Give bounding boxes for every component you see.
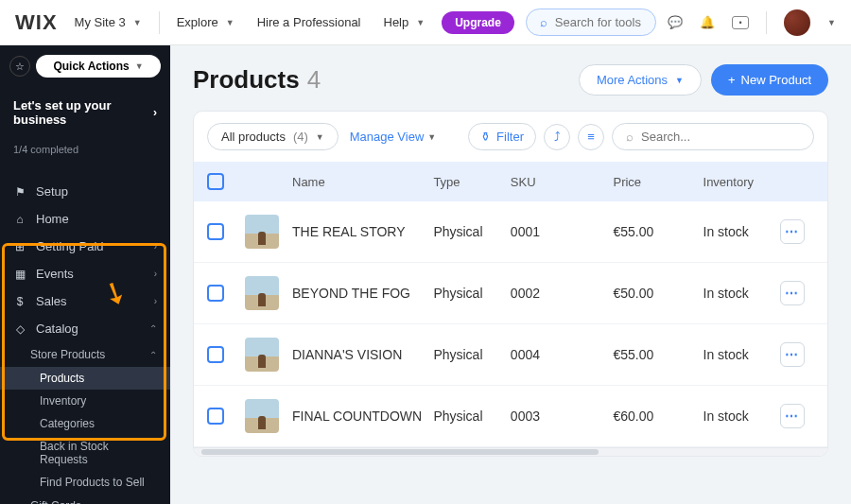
table-row[interactable]: FINAL COUNTDOWNPhysical0003€60.00In stoc… <box>194 386 827 447</box>
dots-icon: ⋯ <box>785 224 799 239</box>
settings-button[interactable]: ≡ <box>578 124 604 150</box>
sidebar-sub-gift-cards[interactable]: Gift Cards <box>0 494 170 504</box>
product-sku: 0004 <box>511 347 614 362</box>
column-type[interactable]: Type <box>433 175 510 189</box>
sidebar-item-sales[interactable]: $Sales› <box>0 287 170 315</box>
favorite-icon[interactable]: ☆ <box>9 56 30 77</box>
row-checkbox[interactable] <box>207 346 224 363</box>
sidebar-item-catalog[interactable]: ◇Catalog⌃ <box>0 315 170 342</box>
product-sku: 0003 <box>511 408 614 424</box>
search-icon: ⌕ <box>626 130 634 144</box>
nav-help-label: Help <box>384 15 409 29</box>
setup-icon: ⚑ <box>13 185 26 199</box>
products-search-input[interactable] <box>641 130 800 144</box>
row-more-button[interactable]: ⋯ <box>780 219 805 244</box>
sidebar-sub-inventory[interactable]: Inventory <box>0 390 170 412</box>
product-thumbnail[interactable] <box>245 338 279 372</box>
export-button[interactable]: ⤴ <box>544 124 570 150</box>
products-toolbar: All products(4)▼ Manage View▼ ⚱Filter ⤴ … <box>194 112 827 162</box>
sidebar-item-getting-paid[interactable]: ⊞Getting Paid› <box>0 233 170 260</box>
home-icon: ⌂ <box>13 213 26 226</box>
product-price: €55.00 <box>613 347 703 362</box>
sidebar-item-events[interactable]: ▦Events› <box>0 260 170 287</box>
table-row[interactable]: BEYOND THE FOGPhysical0002€50.00In stock… <box>194 263 827 324</box>
chevron-down-icon: ▼ <box>226 18 234 27</box>
product-price: €50.00 <box>613 286 703 301</box>
quick-actions-button[interactable]: Quick Actions▼ <box>36 55 160 78</box>
sidebar-item-home[interactable]: ⌂Home <box>0 205 170 233</box>
table-row[interactable]: THE REAL STORYPhysical0001€55.00In stock… <box>194 201 827 263</box>
notifications-icon[interactable]: 🔔 <box>700 15 715 30</box>
chevron-down-icon: ▼ <box>427 132 436 142</box>
sidebar-sub-products[interactable]: Products <box>0 367 170 390</box>
sidebar: ☆ Quick Actions▼ Let's set up your busin… <box>0 45 170 504</box>
product-thumbnail[interactable] <box>245 399 279 433</box>
sidebar-item-setup[interactable]: ⚑Setup <box>0 178 170 205</box>
product-type: Physical <box>433 408 510 424</box>
filter-button[interactable]: ⚱Filter <box>468 123 536 150</box>
chevron-up-icon: ⌃ <box>149 350 157 360</box>
column-price[interactable]: Price <box>613 175 703 189</box>
avatar[interactable] <box>784 9 810 36</box>
products-panel: All products(4)▼ Manage View▼ ⚱Filter ⤴ … <box>193 111 828 457</box>
product-name: THE REAL STORY <box>292 224 433 239</box>
row-more-button[interactable]: ⋯ <box>780 342 805 367</box>
catalog-icon: ◇ <box>13 322 26 336</box>
row-checkbox[interactable] <box>207 223 224 240</box>
product-price: €55.00 <box>613 224 703 239</box>
sidebar-sub-back-in-stock[interactable]: Back in Stock Requests <box>0 435 170 471</box>
table-header: Name Type SKU Price Inventory <box>194 162 827 201</box>
product-thumbnail[interactable] <box>245 276 279 310</box>
page-count: 4 <box>307 65 321 95</box>
product-type: Physical <box>433 286 510 301</box>
product-thumbnail[interactable] <box>245 215 279 249</box>
global-search[interactable]: ⌕ <box>526 9 656 36</box>
dots-icon: ⋯ <box>785 347 799 362</box>
new-product-button[interactable]: +New Product <box>711 64 828 96</box>
row-more-button[interactable]: ⋯ <box>780 404 805 428</box>
more-actions-button[interactable]: More Actions▼ <box>579 64 702 96</box>
select-all-checkbox[interactable] <box>207 173 224 190</box>
site-selector[interactable]: My Site 3▼ <box>69 11 148 33</box>
column-sku[interactable]: SKU <box>511 175 614 189</box>
table-row[interactable]: DIANNA'S VISIONPhysical0004€55.00In stoc… <box>194 324 827 386</box>
product-inventory: In stock <box>703 408 780 424</box>
setup-banner[interactable]: Let's set up your business› <box>0 87 170 130</box>
wix-logo[interactable]: WIX <box>15 10 58 35</box>
nav-hire[interactable]: Hire a Professional <box>252 11 367 33</box>
chevron-down-icon: ▼ <box>135 61 144 71</box>
scrollbar-thumb[interactable] <box>201 449 599 455</box>
global-search-input[interactable] <box>555 15 642 29</box>
sidebar-item-label: Sales <box>36 294 67 308</box>
inbox-icon[interactable]: • <box>732 16 749 29</box>
products-search[interactable]: ⌕ <box>612 123 814 150</box>
sidebar-sub-categories[interactable]: Categories <box>0 412 170 435</box>
row-more-button[interactable]: ⋯ <box>780 281 805 305</box>
row-checkbox[interactable] <box>207 285 224 302</box>
sidebar-sub-find-products[interactable]: Find Products to Sell <box>0 471 170 494</box>
sidebar-sub-store-products[interactable]: Store Products⌃ <box>0 342 170 367</box>
sidebar-item-label: Getting Paid <box>36 239 104 253</box>
chevron-up-icon: ⌃ <box>149 323 157 334</box>
chat-icon[interactable]: 💬 <box>668 15 683 30</box>
all-products-filter[interactable]: All products(4)▼ <box>207 123 339 150</box>
product-name: FINAL COUNTDOWN <box>292 408 433 424</box>
product-type: Physical <box>433 224 510 239</box>
payment-icon: ⊞ <box>13 240 26 253</box>
upgrade-button[interactable]: Upgrade <box>442 11 514 34</box>
nav-help[interactable]: Help▼ <box>378 11 431 33</box>
horizontal-scrollbar[interactable] <box>194 447 827 456</box>
chevron-right-icon: › <box>154 269 157 279</box>
dots-icon: ⋯ <box>785 286 799 301</box>
chevron-right-icon: › <box>154 241 157 252</box>
sidebar-item-label: Store Products <box>30 348 105 361</box>
new-product-label: New Product <box>741 73 811 87</box>
chevron-down-icon: ▼ <box>416 18 425 27</box>
column-inventory[interactable]: Inventory <box>703 175 780 189</box>
row-checkbox[interactable] <box>207 408 224 425</box>
product-price: €60.00 <box>613 408 703 424</box>
manage-view-button[interactable]: Manage View▼ <box>350 130 436 144</box>
product-name: BEYOND THE FOG <box>292 286 433 301</box>
column-name[interactable]: Name <box>292 175 433 189</box>
nav-explore[interactable]: Explore▼ <box>171 11 240 33</box>
